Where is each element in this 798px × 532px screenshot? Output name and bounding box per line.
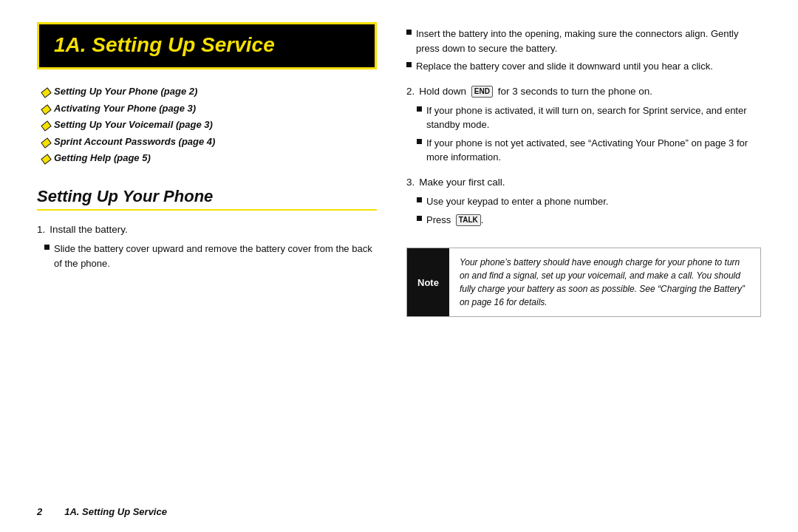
toc-item-2: ◆ Activating Your Phone (page 3) <box>41 103 377 116</box>
note-label: Note <box>407 248 449 316</box>
talk-key: TALK <box>456 214 481 226</box>
two-column-layout: 1A. Setting Up Service ◆ Setting Up Your… <box>37 22 761 496</box>
step-2-sub-1: If your phone is activated, it will turn… <box>417 103 761 132</box>
footer-page-number: 2 <box>37 506 42 517</box>
step-1-right-subbullets: Insert the battery into the opening, mak… <box>406 27 761 74</box>
toc-item-1: ◆ Setting Up Your Phone (page 2) <box>41 86 377 99</box>
page: 1A. Setting Up Service ◆ Setting Up Your… <box>0 0 798 532</box>
bullet-icon <box>417 106 422 112</box>
bullet-icon <box>44 245 50 250</box>
step-1-sub-3: Replace the battery cover and slide it d… <box>406 59 761 74</box>
footer-title: 1A. Setting Up Service <box>64 506 167 517</box>
toc-item-3: ◆ Setting Up Your Voicemail (page 3) <box>41 119 377 132</box>
note-box: Note Your phone’s battery should have en… <box>406 248 761 317</box>
toc-item-4: ◆ Sprint Account Passwords (page 4) <box>41 136 377 149</box>
step-1-subbullets: Slide the battery cover upward and remov… <box>37 242 377 270</box>
diamond-icon: ◆ <box>41 86 50 99</box>
step-2: 2. Hold down END for 3 seconds to turn t… <box>406 84 761 165</box>
step-2-sub-2: If your phone is not yet activated, see … <box>417 136 761 165</box>
step-1-sub-1: Slide the battery cover upward and remov… <box>44 242 377 270</box>
note-content: Your phone’s battery should have enough … <box>449 248 760 316</box>
step-3-sub-2: Press TALK. <box>417 213 761 228</box>
chapter-title: 1A. Setting Up Service <box>54 33 360 57</box>
section-title: Setting Up Your Phone <box>37 187 377 211</box>
chapter-title-box: 1A. Setting Up Service <box>37 22 377 69</box>
bullet-icon <box>417 197 422 202</box>
right-column: Insert the battery into the opening, mak… <box>406 22 761 496</box>
bullet-icon <box>406 62 412 67</box>
step-2-number: 2. <box>406 84 415 99</box>
bullet-icon <box>406 30 412 35</box>
step-3: 3. Make your first call. Use your keypad… <box>406 175 761 227</box>
step-1-sub-2: Insert the battery into the opening, mak… <box>406 27 761 55</box>
end-key: END <box>471 86 493 98</box>
left-column: 1A. Setting Up Service ◆ Setting Up Your… <box>37 22 377 496</box>
bullet-icon <box>417 216 422 221</box>
step-1: 1. Install the battery. Slide the batter… <box>37 222 377 270</box>
step-2-subbullets: If your phone is activated, it will turn… <box>406 103 761 165</box>
bullet-icon <box>417 139 422 144</box>
left-steps: 1. Install the battery. Slide the batter… <box>37 222 377 278</box>
toc-item-5: ◆ Getting Help (page 5) <box>41 152 377 166</box>
step-1-continued: Insert the battery into the opening, mak… <box>406 27 761 74</box>
footer: 2 1A. Setting Up Service <box>37 496 761 517</box>
step-3-subbullets: Use your keypad to enter a phone number.… <box>406 194 761 227</box>
step-3-sub-1: Use your keypad to enter a phone number. <box>417 194 761 209</box>
diamond-icon: ◆ <box>41 103 50 116</box>
diamond-icon: ◆ <box>41 152 50 166</box>
right-steps: Insert the battery into the opening, mak… <box>406 22 761 237</box>
step-3-number: 3. <box>406 175 415 190</box>
diamond-icon: ◆ <box>41 119 50 132</box>
table-of-contents: ◆ Setting Up Your Phone (page 2) ◆ Activ… <box>37 86 377 169</box>
diamond-icon: ◆ <box>41 136 50 149</box>
